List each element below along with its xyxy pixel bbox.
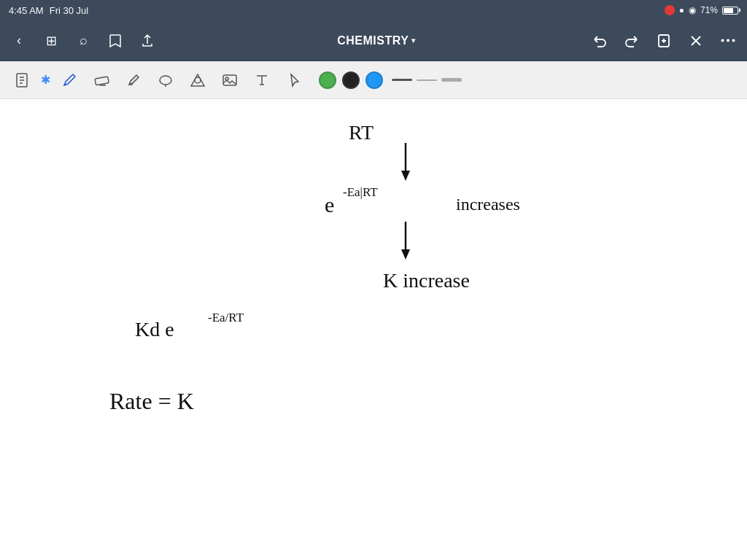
kd-exponent-label: -Ea/RT <box>208 311 244 324</box>
color-black[interactable] <box>342 71 360 89</box>
wifi-icon: ● <box>679 5 684 15</box>
pen-tool-button[interactable] <box>56 67 82 93</box>
status-left: 4:45 AM Fri 30 Jul <box>9 5 88 16</box>
more-button[interactable] <box>715 28 741 54</box>
signal-icon: ◉ <box>689 5 696 15</box>
date-display: Fri 30 Jul <box>50 5 88 16</box>
back-button[interactable]: ‹ <box>6 28 32 54</box>
k-increase-label: K increase <box>383 269 470 292</box>
svg-marker-7 <box>191 74 204 86</box>
svg-point-2 <box>727 39 729 42</box>
bookmark-button[interactable] <box>102 28 128 54</box>
record-icon <box>665 5 675 15</box>
highlighter-tool-button[interactable] <box>120 67 147 93</box>
toolbar-right <box>587 28 741 54</box>
title-text: CHEMISTRY <box>337 34 409 47</box>
svg-point-1 <box>721 39 724 42</box>
battery-percent: 71% <box>700 5 718 15</box>
drawing-canvas: RT e -Ea|RT increases K increase Kd e -E… <box>0 99 747 560</box>
stroke-thick[interactable] <box>441 78 462 82</box>
color-blue[interactable] <box>365 71 383 89</box>
lasso-tool-button[interactable] <box>152 67 179 93</box>
kd-label: Kd e <box>135 318 174 341</box>
page-tool-button[interactable] <box>9 67 35 93</box>
eraser-tool-button[interactable] <box>88 67 115 93</box>
shape-tool-button[interactable] <box>185 67 211 93</box>
pointer-tool-button[interactable] <box>281 67 307 93</box>
add-page-button[interactable] <box>651 28 677 54</box>
time-display: 4:45 AM <box>9 5 44 16</box>
tools-bar: ✱ <box>0 61 747 99</box>
bluetooth-icon: ✱ <box>41 73 50 87</box>
stroke-thin[interactable] <box>392 79 412 81</box>
svg-rect-5 <box>95 76 109 85</box>
main-toolbar: ‹ ⊞ ⌕ CHEMISTRY ▾ <box>0 20 747 61</box>
stroke-selector <box>392 78 462 82</box>
image-tool-button[interactable] <box>217 67 243 93</box>
exponent-label: -Ea|RT <box>343 185 378 199</box>
document-title[interactable]: CHEMISTRY ▾ <box>337 34 416 47</box>
increases-label: increases <box>456 195 520 214</box>
svg-point-3 <box>732 39 735 42</box>
undo-button[interactable] <box>587 28 613 54</box>
rt-label: RT <box>349 121 374 144</box>
share-button[interactable] <box>134 28 160 54</box>
text-tool-button[interactable] <box>249 67 275 93</box>
grid-button[interactable]: ⊞ <box>38 28 64 54</box>
stroke-medium[interactable] <box>417 79 437 81</box>
close-button[interactable] <box>683 28 709 54</box>
status-right: ● ◉ 71% <box>665 5 738 15</box>
nav-left: ‹ ⊞ ⌕ <box>6 28 160 54</box>
svg-point-6 <box>160 76 171 85</box>
exponential-label: e <box>325 192 334 217</box>
svg-marker-14 <box>401 249 410 260</box>
status-bar: 4:45 AM Fri 30 Jul ● ◉ 71% <box>0 0 747 20</box>
redo-button[interactable] <box>619 28 645 54</box>
canvas-area[interactable]: RT e -Ea|RT increases K increase Kd e -E… <box>0 99 747 560</box>
color-green[interactable] <box>319 71 336 89</box>
svg-marker-12 <box>401 171 410 181</box>
rate-equation-label: Rate = K <box>109 388 194 414</box>
title-chevron: ▾ <box>411 36 416 44</box>
svg-point-8 <box>195 77 201 83</box>
battery-icon <box>722 7 738 15</box>
toolbar-center: CHEMISTRY ▾ <box>169 34 584 47</box>
search-button[interactable]: ⌕ <box>70 28 96 54</box>
